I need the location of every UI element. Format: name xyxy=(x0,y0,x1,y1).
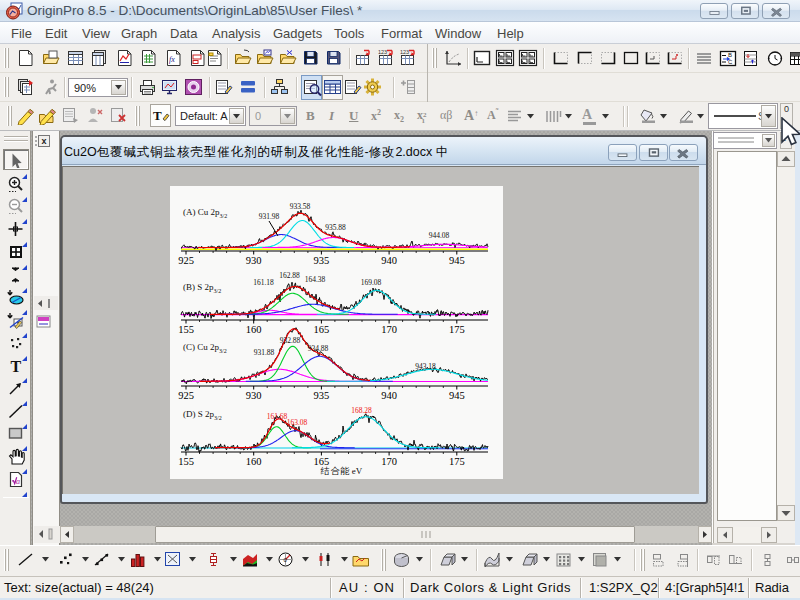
svg-text:T: T xyxy=(153,108,162,123)
svg-text:155: 155 xyxy=(178,456,194,467)
svg-text:925: 925 xyxy=(178,390,194,401)
svg-text:123: 123 xyxy=(400,49,409,55)
svg-text:943.18: 943.18 xyxy=(415,362,436,371)
svg-text:930: 930 xyxy=(246,390,262,401)
svg-text:940: 940 xyxy=(381,255,397,266)
svg-text:161.18: 161.18 xyxy=(253,278,274,287)
svg-text:931.88: 931.88 xyxy=(254,348,275,357)
svg-text:944.08: 944.08 xyxy=(429,231,450,240)
svg-text:(A) Cu 2p3/2: (A) Cu 2p3/2 xyxy=(183,207,227,219)
svg-text:935: 935 xyxy=(314,255,330,266)
svg-text:168.28: 168.28 xyxy=(351,406,372,415)
svg-text:164.38: 164.38 xyxy=(305,275,326,284)
svg-text:175: 175 xyxy=(449,324,465,335)
svg-text:(C) Cu 2p3/2: (C) Cu 2p3/2 xyxy=(183,342,227,354)
svg-text:结: 结 xyxy=(321,466,330,476)
svg-text:940: 940 xyxy=(381,390,397,401)
svg-text:934.88: 934.88 xyxy=(308,344,329,353)
svg-text:(B) S 2p3/2: (B) S 2p3/2 xyxy=(183,282,221,294)
svg-text:165: 165 xyxy=(314,324,330,335)
svg-text:170: 170 xyxy=(381,324,397,335)
svg-text:931.98: 931.98 xyxy=(259,212,280,221)
svg-text:T: T xyxy=(11,358,22,375)
svg-text:能: 能 xyxy=(341,466,350,476)
svg-text:eV: eV xyxy=(352,466,363,476)
svg-text:a: a xyxy=(16,476,20,485)
svg-text:932.88: 932.88 xyxy=(280,336,301,345)
svg-text:945: 945 xyxy=(449,390,465,401)
svg-text:169.08: 169.08 xyxy=(361,278,382,287)
svg-text:925: 925 xyxy=(178,255,194,266)
svg-text:170: 170 xyxy=(381,456,397,467)
svg-text:160: 160 xyxy=(246,456,262,467)
svg-text:fx: fx xyxy=(169,55,175,64)
svg-text:935: 935 xyxy=(314,390,330,401)
svg-text:945: 945 xyxy=(449,255,465,266)
svg-text:(D) S 2p3/2: (D) S 2p3/2 xyxy=(183,409,222,421)
svg-text:935.88: 935.88 xyxy=(325,223,346,232)
svg-text:160: 160 xyxy=(246,324,262,335)
svg-text:155: 155 xyxy=(178,324,194,335)
svg-text:162.88: 162.88 xyxy=(279,271,300,280)
svg-text:930: 930 xyxy=(246,255,262,266)
svg-text:163.08: 163.08 xyxy=(287,418,308,427)
svg-text:123: 123 xyxy=(378,49,387,55)
svg-text:933.58: 933.58 xyxy=(290,202,311,211)
svg-text:161.68: 161.68 xyxy=(267,412,288,421)
svg-text:B: B xyxy=(728,52,732,58)
svg-text:合: 合 xyxy=(331,466,341,476)
svg-text:175: 175 xyxy=(449,456,465,467)
